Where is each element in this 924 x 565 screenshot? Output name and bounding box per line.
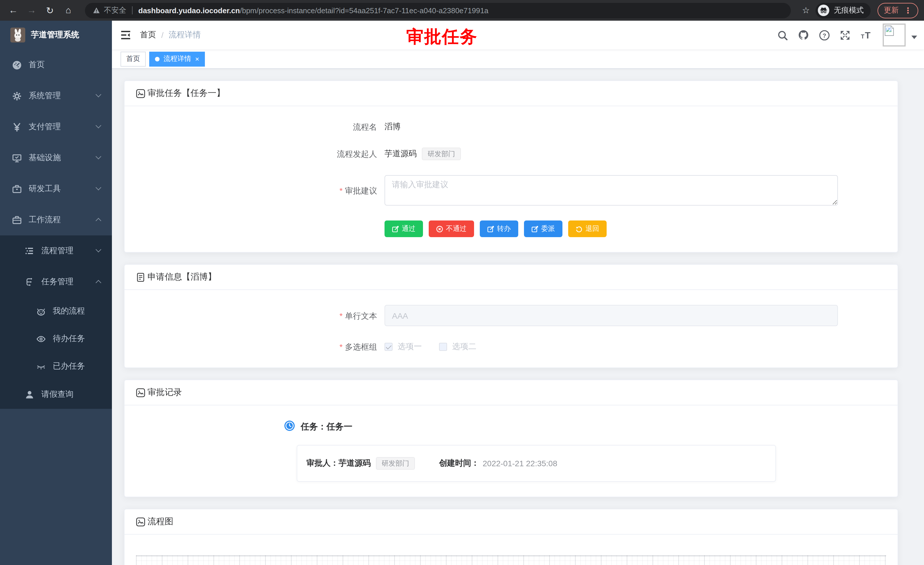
- eye-icon: [36, 334, 46, 344]
- sidebar-item-payment[interactable]: 支付管理: [0, 111, 112, 143]
- yen-icon: [12, 122, 22, 132]
- briefcase-icon: [12, 215, 22, 225]
- checkbox-group-label: 多选框组: [124, 341, 377, 353]
- dept-tag: 研发部门: [422, 147, 461, 160]
- sidebar-item-todo-tasks[interactable]: 待办任务: [0, 325, 112, 353]
- breadcrumb: 首页 / 流程详情: [140, 30, 201, 40]
- gear-icon: [12, 91, 22, 101]
- address-bar[interactable]: 不安全 dashboard.yudao.iocoder.cn/bpm/proce…: [85, 3, 790, 18]
- picture-icon: [136, 388, 145, 397]
- tags-view-bar: 首页 流程详情: [112, 50, 924, 69]
- sidebar-item-label: 请假查询: [41, 389, 74, 400]
- sidebar-item-label: 系统管理: [29, 91, 61, 101]
- clock-icon: [284, 420, 295, 434]
- approver-label: 审批人：: [306, 458, 339, 469]
- app-navbar: 首页 / 流程详情 审批任务 ? TT: [112, 21, 924, 50]
- task-title: 任务：任务一: [301, 421, 352, 432]
- tab-process-detail[interactable]: 流程详情: [149, 51, 205, 66]
- initiator-value: 芋道源码: [384, 149, 417, 159]
- card-title: 流程图: [147, 516, 173, 527]
- avatar-caret-icon[interactable]: [911, 36, 917, 39]
- github-icon[interactable]: [798, 29, 809, 41]
- avatar-broken-image-icon: [883, 24, 906, 47]
- sidebar-item-label: 任务管理: [41, 277, 74, 287]
- checkbox-option-1: 选项一: [384, 342, 422, 352]
- bpmn-canvas[interactable]: [136, 555, 886, 565]
- security-label[interactable]: 不安全: [104, 5, 126, 15]
- approve-button[interactable]: 通过: [384, 221, 423, 237]
- sidebar-item-my-process[interactable]: 我的流程: [0, 298, 112, 325]
- record-detail-box: 审批人： 芋道源码 研发部门 创建时间： 2022-01-21 22:35:08: [297, 445, 776, 482]
- font-size-icon[interactable]: TT: [860, 30, 873, 40]
- edit-icon: [531, 225, 538, 232]
- process-name-value: 滔博: [384, 122, 400, 132]
- chrome-update-button[interactable]: 更新: [878, 3, 918, 18]
- card-title: 审批任务【任务一】: [147, 88, 225, 99]
- sidebar-item-home[interactable]: 首页: [0, 50, 112, 80]
- incognito-label: 无痕模式: [834, 5, 864, 15]
- back-icon[interactable]: ←: [6, 5, 21, 15]
- logo-image: [10, 27, 25, 42]
- sidebar-item-label: 支付管理: [29, 122, 61, 132]
- button-label: 退回: [585, 224, 599, 234]
- home-icon[interactable]: ⌂: [61, 5, 76, 15]
- transfer-button[interactable]: 转办: [480, 221, 518, 237]
- fullscreen-icon[interactable]: [840, 30, 850, 41]
- sidebar-item-label: 我的流程: [53, 306, 85, 316]
- tab-label: 流程详情: [164, 54, 191, 64]
- approval-task-card: 审批任务【任务一】 流程名 滔博 流程发起人 芋道源码 研发部门: [124, 80, 898, 252]
- delegate-button[interactable]: 委派: [524, 221, 562, 237]
- sidebar-item-system[interactable]: 系统管理: [0, 80, 112, 111]
- user-avatar[interactable]: [883, 24, 917, 47]
- forward-icon[interactable]: →: [24, 5, 39, 15]
- card-title: 申请信息【滔博】: [147, 272, 216, 282]
- sidebar-item-devtools[interactable]: 研发工具: [0, 173, 112, 204]
- url-separator: [132, 6, 133, 14]
- search-icon[interactable]: [777, 30, 788, 41]
- help-icon[interactable]: ?: [819, 30, 830, 41]
- edit-icon: [487, 225, 494, 232]
- return-button[interactable]: 退回: [568, 221, 607, 237]
- chevron-up-icon: [96, 280, 101, 286]
- dashboard-icon: [12, 60, 22, 70]
- suggestion-textarea[interactable]: [384, 175, 838, 206]
- sidebar-item-workflow[interactable]: 工作流程: [0, 204, 112, 236]
- sidebar-item-label: 已办任务: [53, 361, 85, 371]
- breadcrumb-home[interactable]: 首页: [140, 30, 156, 40]
- sidebar-item-infra[interactable]: 基础设施: [0, 143, 112, 173]
- sidebar-item-task-mgmt[interactable]: 任务管理: [0, 266, 112, 298]
- incognito-icon: [818, 5, 829, 16]
- card-header: 申请信息【滔博】: [124, 265, 898, 290]
- checkbox-label: 选项一: [398, 342, 422, 352]
- svg-text:T: T: [861, 33, 864, 40]
- reload-icon[interactable]: ↻: [42, 5, 57, 16]
- application-info-card: 申请信息【滔博】 单行文本 多选框组: [124, 264, 898, 368]
- sidebar-item-done-tasks[interactable]: 已办任务: [0, 353, 112, 380]
- tab-close-icon[interactable]: [191, 55, 199, 63]
- approver-name: 芋道源码: [339, 458, 371, 469]
- sidebar-item-leave-query[interactable]: 请假查询: [0, 380, 112, 409]
- user-icon: [24, 389, 34, 399]
- eye-closed-icon: [36, 361, 46, 371]
- chevron-down-icon: [96, 153, 101, 159]
- bookmark-star-icon[interactable]: ☆: [802, 5, 810, 15]
- sidebar-item-label: 研发工具: [29, 184, 61, 194]
- toolbox-icon: [12, 184, 22, 194]
- record-timeline: 任务：任务一 审批人： 芋道源码 研发部门 创建时间： 2022-01-21 2…: [124, 420, 898, 482]
- dept-tag: 研发部门: [376, 457, 415, 470]
- card-header: 流程图: [124, 509, 898, 535]
- button-label: 不通过: [446, 224, 466, 234]
- browser-menu-icon[interactable]: [899, 6, 912, 15]
- sidebar-item-process-mgmt[interactable]: 流程管理: [0, 236, 112, 266]
- reject-button[interactable]: 不通过: [429, 221, 474, 237]
- card-header: 审批任务【任务一】: [124, 81, 898, 106]
- app-logo[interactable]: 芋道管理系统: [0, 21, 112, 50]
- sidebar: 芋道管理系统 首页 系统管理 支付管理: [0, 21, 112, 565]
- sidebar-fold-icon[interactable]: [120, 30, 131, 40]
- picture-icon: [136, 517, 145, 526]
- breadcrumb-separator: /: [161, 30, 164, 40]
- checkbox-label: 选项二: [452, 342, 476, 352]
- suggestion-label: 审批建议: [124, 185, 377, 196]
- update-label: 更新: [884, 5, 899, 15]
- tab-home[interactable]: 首页: [120, 51, 146, 66]
